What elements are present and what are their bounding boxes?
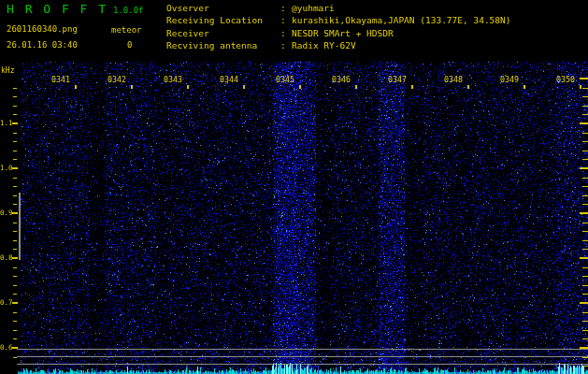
info-value: kurashiki,Okayama,JAPAN (133.77E, 34.58N…: [292, 14, 511, 26]
info-colon: :: [280, 2, 292, 14]
time-tick-label: 0349: [500, 76, 519, 84]
output-filename: 2601160340.png: [7, 24, 78, 34]
info-colon: :: [280, 39, 292, 51]
time-tick-label: 0341: [51, 76, 70, 84]
time-tick-label: 0344: [220, 76, 238, 84]
info-value: Radix RY-62V: [292, 39, 356, 51]
info-row: Receiver:NESDR SMArt + HDSDR: [166, 27, 511, 39]
app-title: H R O F F T: [7, 2, 108, 16]
time-tick-label: 0347: [388, 76, 407, 84]
info-row: Recviving antenna:Radix RY-62V: [166, 39, 511, 51]
freq-tick-label: 0.8: [0, 254, 12, 262]
freq-tick-label: 0.6: [0, 344, 12, 352]
time-tick-label: 0348: [444, 76, 463, 84]
info-value: NESDR SMArt + HDSDR: [292, 27, 394, 39]
info-row: Receiving Location:kurashiki,Okayama,JAP…: [166, 14, 511, 26]
meteor-count-value: 0: [127, 40, 132, 50]
info-value: @yuhmari: [292, 2, 335, 14]
time-tick-label: 0343: [164, 76, 182, 84]
info-label: Receiving Location: [166, 14, 280, 26]
time-tick-label: 0350: [556, 76, 575, 84]
freq-axis-unit: kHz: [1, 66, 14, 75]
freq-tick-label: 0.7: [0, 299, 12, 307]
info-label: Receiver: [166, 27, 280, 39]
info-colon: :: [280, 27, 292, 39]
info-colon: :: [280, 14, 292, 26]
info-label: Ovserver: [166, 2, 280, 14]
freq-tick-label: 1.0: [0, 165, 12, 172]
freq-tick-label: 1.1: [0, 120, 12, 127]
hrofft-screen: H R O F F T 1.0.0f 2601160340.png meteor…: [0, 0, 588, 374]
freq-tick-label: 0.9: [0, 209, 12, 217]
observation-info: Ovserver:@yuhmariReceiving Location:kura…: [166, 2, 511, 52]
time-tick-label: 0342: [108, 76, 126, 84]
meteor-count-label: meteor: [111, 25, 142, 35]
spectrogram-waterfall: [0, 0, 588, 374]
time-tick-label: 0345: [276, 76, 294, 84]
info-label: Recviving antenna: [166, 39, 280, 51]
timestamp: 26.01.16 03:40: [7, 40, 78, 50]
app-version: 1.0.0f: [113, 6, 144, 15]
info-row: Ovserver:@yuhmari: [166, 2, 511, 14]
time-tick-label: 0346: [332, 76, 351, 84]
